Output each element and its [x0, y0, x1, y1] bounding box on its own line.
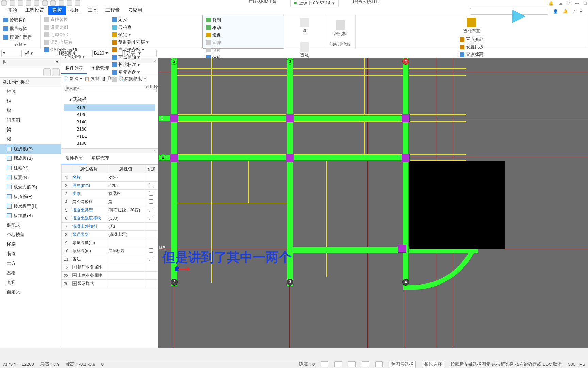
- move-button[interactable]: 移动: [206, 24, 281, 31]
- tab-layer-management[interactable]: 图层管理: [87, 153, 113, 164]
- beam[interactable]: [158, 115, 410, 121]
- qat-save-icon[interactable]: [18, 0, 23, 6]
- nav-item-other[interactable]: 其它: [0, 278, 61, 287]
- prop-extra-checkbox[interactable]: [149, 257, 153, 261]
- column-node[interactable]: [286, 154, 294, 162]
- cross-layer-select-button[interactable]: 跨图层选择: [389, 361, 416, 368]
- copy-button[interactable]: 复制: [206, 17, 281, 24]
- prop-extra-checkbox[interactable]: [149, 191, 153, 196]
- three-point-slope-button[interactable]: 三点变斜: [459, 36, 484, 43]
- identify-slab-button[interactable]: 识别板: [331, 19, 349, 38]
- tab-start[interactable]: 开始: [3, 6, 21, 15]
- tab-drawing-management[interactable]: 图纸管理: [87, 63, 113, 74]
- tab-tools[interactable]: 工具: [84, 6, 101, 15]
- status-toggle-icon[interactable]: [348, 361, 356, 367]
- status-toggle-icon[interactable]: [321, 361, 328, 367]
- auto-level-slab-button[interactable]: 自动平齐板 ▾: [112, 46, 199, 53]
- prop-panel-close-button[interactable]: ×: [61, 148, 158, 153]
- lock-button[interactable]: 锁定 ▾: [112, 31, 199, 38]
- prop-row[interactable]: 30+显示样式: [62, 280, 158, 288]
- prop-row[interactable]: 2厚度(mm)(120): [62, 182, 158, 190]
- column-node[interactable]: [170, 114, 178, 122]
- prop-extra-checkbox[interactable]: [149, 183, 153, 187]
- cloud-check-button[interactable]: 云检查: [112, 24, 199, 31]
- prop-extra-checkbox[interactable]: [149, 199, 153, 204]
- line-button[interactable]: 直线: [297, 41, 312, 60]
- nav-item-earthwork[interactable]: 土方: [0, 259, 61, 268]
- nav-item-wall[interactable]: 墙: [0, 106, 61, 116]
- set-arch-slab-button[interactable]: 设置拱板: [459, 44, 484, 50]
- status-toggle-icon[interactable]: [334, 361, 342, 367]
- prop-row[interactable]: 12+钢筋业务属性: [62, 263, 158, 272]
- nav-item-spiral-slab[interactable]: 螺旋板(B): [0, 154, 61, 163]
- nav-item-axis[interactable]: 轴线: [0, 87, 61, 96]
- drawing-canvas[interactable]: 2 3 4 2 3 4 C B 1/A 但是讲到了其中一两个 ↖: [158, 58, 588, 348]
- set-scale-button[interactable]: 设置比例: [44, 24, 106, 31]
- column-node[interactable]: [170, 154, 178, 162]
- prop-row[interactable]: 4是否是楼板是: [62, 198, 158, 206]
- extend-button[interactable]: 延伸: [206, 39, 281, 46]
- polyline-select-button[interactable]: 折线选择: [422, 361, 444, 368]
- prop-row[interactable]: 10顶标高(m)层顶标高: [62, 247, 158, 255]
- tab-cloud-app[interactable]: 云应用: [124, 6, 146, 15]
- pick-component-button[interactable]: 拾取构件: [3, 17, 38, 24]
- chevron-down-icon[interactable]: ▾: [580, 9, 582, 14]
- smart-layout-button[interactable]: 智能布置: [460, 16, 483, 35]
- tree-leaf-b120[interactable]: B120: [64, 104, 155, 111]
- notify-icon[interactable]: 🔔: [563, 9, 568, 14]
- prop-row[interactable]: 8泵送类型(混凝土泵): [62, 231, 158, 239]
- tab-view[interactable]: 视图: [66, 6, 84, 15]
- nav-item-hollow-floor[interactable]: 空心楼盖: [0, 230, 61, 240]
- qat-icon[interactable]: [59, 0, 64, 6]
- nav-item-slab-haunch[interactable]: 板加腋(B): [0, 211, 61, 220]
- column-node[interactable]: [402, 114, 410, 122]
- status-toggle-icon[interactable]: [375, 361, 383, 367]
- tree-leaf-b140[interactable]: B140: [64, 118, 155, 125]
- prop-row[interactable]: 6混凝土强度等级(C30): [62, 214, 158, 223]
- tree-leaf-b160[interactable]: B160: [64, 125, 155, 133]
- prop-extra-checkbox[interactable]: [149, 208, 153, 212]
- group-label[interactable]: 选择 ▾: [3, 41, 38, 47]
- prop-row[interactable]: 7混凝土外加剂(无): [62, 223, 158, 231]
- nav-item-cast-slab[interactable]: 现浇板(B): [0, 144, 61, 154]
- qat-redo-icon[interactable]: [34, 0, 39, 6]
- cloud-icon[interactable]: ☁: [558, 1, 563, 6]
- prop-row[interactable]: 5混凝土类型(碎石粒径：20石): [62, 206, 158, 214]
- floor-select[interactable]: ▾: [1, 50, 22, 57]
- column-node[interactable]: [286, 114, 294, 122]
- nav-view-grid-icon[interactable]: [52, 68, 60, 76]
- prop-extra-checkbox[interactable]: [149, 216, 153, 220]
- tree-leaf-b130[interactable]: B130: [64, 111, 155, 118]
- restore-cad-button[interactable]: 还原CAD: [44, 31, 106, 38]
- nav-item-slab-opening[interactable]: 板洞(N): [0, 173, 61, 182]
- qat-icon[interactable]: [67, 0, 72, 6]
- find-replace-button[interactable]: 查找替换: [44, 16, 106, 23]
- copy-to-other-floor-button[interactable]: 复制到其它层 ▾: [112, 39, 199, 46]
- tab-quantities[interactable]: 工程量: [101, 6, 124, 15]
- select-by-property-button[interactable]: 按属性选择: [3, 34, 38, 41]
- status-toggle-icon[interactable]: [362, 361, 369, 367]
- nav-item-slab-rebar[interactable]: 板受力筋(S): [0, 182, 61, 192]
- group-label[interactable]: CAD操作 ▾: [44, 53, 106, 60]
- tree-leaf-ptb1[interactable]: PTB1: [64, 133, 155, 140]
- prop-extra-checkbox[interactable]: [149, 248, 153, 253]
- maximize-icon[interactable]: □: [584, 1, 587, 6]
- tab-component-list[interactable]: 构件列表: [61, 63, 87, 74]
- check-elevation-button[interactable]: 查改标高: [459, 51, 484, 58]
- user-icon[interactable]: 👤: [553, 9, 558, 14]
- column-node[interactable]: [402, 154, 410, 162]
- new-button[interactable]: 📄 新建 ▾: [63, 76, 82, 82]
- qat-icon[interactable]: [75, 0, 80, 6]
- prop-row[interactable]: 3类别有梁板: [62, 190, 158, 198]
- qat-new-icon[interactable]: [1, 0, 7, 6]
- nav-section-common[interactable]: 常用构件类型: [0, 78, 61, 87]
- nav-item-decoration[interactable]: 装修: [0, 249, 61, 259]
- nav-item-opening[interactable]: 门窗洞: [0, 116, 61, 125]
- nav-item-custom[interactable]: 自定义: [0, 287, 61, 297]
- nav-item-slab-neg-rebar[interactable]: 板负筋(F): [0, 192, 61, 201]
- qat-undo-icon[interactable]: [26, 0, 31, 6]
- live-indicator[interactable]: 上课中 00:53:14 ▾: [290, 0, 339, 7]
- tree-leaf-b100[interactable]: B100: [64, 140, 155, 147]
- help-icon[interactable]: ?: [568, 1, 570, 6]
- bell-icon[interactable]: 🔔: [548, 1, 554, 6]
